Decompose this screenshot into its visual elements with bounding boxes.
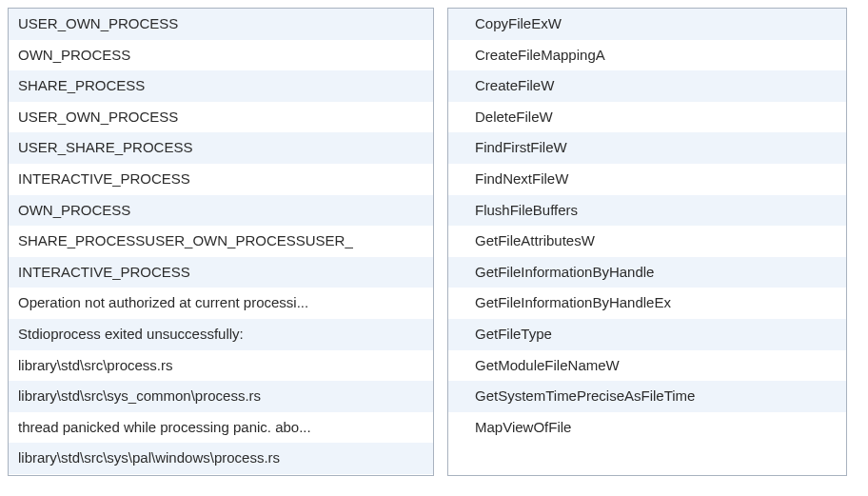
list-item[interactable]: DeleteFileW: [448, 102, 846, 133]
list-item[interactable]: GetFileInformationByHandleEx: [448, 288, 846, 319]
list-item[interactable]: SHARE_PROCESS: [9, 70, 433, 102]
list-item[interactable]: library\std\src\sys_common\process.rs: [9, 381, 433, 412]
list-item[interactable]: GetModuleFileNameW: [448, 350, 846, 382]
list-item[interactable]: USER_OWN_PROCESS: [9, 102, 433, 133]
root: USER_OWN_PROCESS OWN_PROCESS SHARE_PROCE…: [0, 0, 868, 496]
list-item[interactable]: CopyFileExW: [448, 9, 846, 40]
list-item[interactable]: CreateFileW: [448, 70, 846, 102]
list-item[interactable]: CreateFileMappingA: [448, 40, 846, 71]
list-item[interactable]: GetFileType: [448, 319, 846, 350]
list-item[interactable]: FlushFileBuffers: [448, 195, 846, 227]
list-item[interactable]: SHARE_PROCESSUSER_OWN_PROCESSUSER_: [9, 226, 433, 257]
list-item[interactable]: library\std\src\sys\pal\windows\process.…: [9, 443, 433, 474]
list-item[interactable]: FindFirstFileW: [448, 132, 846, 164]
list-item[interactable]: GetSystemTimePreciseAsFileTime: [448, 381, 846, 412]
list-item[interactable]: INTERACTIVE_PROCESS: [9, 257, 433, 288]
list-item[interactable]: MapViewOfFile: [448, 412, 846, 444]
list-item[interactable]: GetFileAttributesW: [448, 226, 846, 257]
list-item[interactable]: FindNextFileW: [448, 164, 846, 195]
list-item[interactable]: thread panicked while processing panic. …: [9, 412, 433, 444]
list-item[interactable]: USER_OWN_PROCESS: [9, 9, 433, 40]
list-item[interactable]: USER_SHARE_PROCESS: [9, 132, 433, 164]
imports-list-right[interactable]: CopyFileExW CreateFileMappingA CreateFil…: [447, 8, 847, 476]
list-item[interactable]: OWN_PROCESS: [9, 40, 433, 71]
list-item[interactable]: library\std\src\process.rs: [9, 350, 433, 382]
list-item[interactable]: INTERACTIVE_PROCESS: [9, 164, 433, 195]
list-item[interactable]: GetFileInformationByHandle: [448, 257, 846, 288]
strings-list-left[interactable]: USER_OWN_PROCESS OWN_PROCESS SHARE_PROCE…: [8, 8, 434, 476]
list-item[interactable]: Stdioprocess exited unsuccessfully:: [9, 319, 433, 350]
list-item[interactable]: Operation not authorized at current proc…: [9, 288, 433, 319]
list-item[interactable]: OWN_PROCESS: [9, 195, 433, 227]
